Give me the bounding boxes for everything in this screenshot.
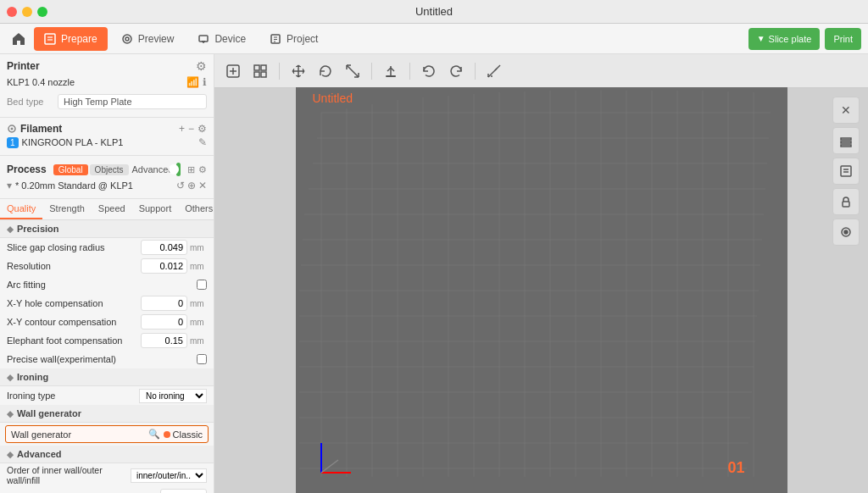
move-tool-button[interactable] xyxy=(287,59,310,83)
model-settings-button[interactable] xyxy=(832,158,860,185)
nav-right-actions: ▼ Slice plate Print xyxy=(748,28,861,50)
wall-gen-dot xyxy=(164,431,170,438)
titlebar-buttons xyxy=(7,7,47,17)
tab-preview[interactable]: Preview xyxy=(111,27,185,51)
setting-row-arc: Arc fitting xyxy=(0,275,214,294)
svg-point-13 xyxy=(11,128,14,130)
slice-plate-button[interactable]: ▼ Slice plate xyxy=(748,28,821,50)
ironing-type-select[interactable]: No ironing xyxy=(139,389,207,403)
main-area: Printer ⚙ KLP1 0.4 nozzle 📶 ℹ Bed type H… xyxy=(0,54,868,493)
arrange-button[interactable] xyxy=(248,59,272,83)
wall-generator-field-label: Wall generator xyxy=(11,429,145,440)
elephant-input[interactable] xyxy=(141,333,187,348)
toolbar-divider-3 xyxy=(409,63,410,80)
printer-label: Printer xyxy=(7,60,40,72)
canvas-untitled-label: Untitled xyxy=(313,91,353,105)
close-button[interactable] xyxy=(7,7,17,17)
xy-hole-input[interactable] xyxy=(141,296,187,311)
tab-device[interactable]: Device xyxy=(187,27,256,51)
add-filament-icon[interactable]: + xyxy=(179,123,185,135)
filament-settings-icon[interactable]: ⚙ xyxy=(198,123,207,135)
tab-prepare[interactable]: Prepare xyxy=(34,27,108,51)
tab-speed[interactable]: Speed xyxy=(92,199,132,219)
wall-gen-section-header[interactable]: ◆ Wall generator xyxy=(0,405,214,423)
precision-label: Precision xyxy=(17,224,59,234)
xy-contour-input[interactable] xyxy=(141,314,187,330)
advanced-toggle[interactable] xyxy=(176,163,181,176)
process-copy-icon[interactable]: ⊞ xyxy=(187,164,195,175)
print-button[interactable]: Print xyxy=(825,28,861,50)
setting-row-resolution: Resolution mm xyxy=(0,257,214,275)
profile-delete-icon[interactable]: ✕ xyxy=(198,180,207,191)
profile-refresh-icon[interactable]: ↺ xyxy=(176,180,185,191)
printer-row: Printer ⚙ xyxy=(7,59,207,73)
process-global-button[interactable]: Global xyxy=(53,164,88,175)
svg-rect-75 xyxy=(841,145,851,147)
filament-name: KINGROON PLA - KLP1 xyxy=(22,137,195,147)
tab-others[interactable]: Others xyxy=(178,199,214,219)
process-settings-icon[interactable]: ⚙ xyxy=(198,164,207,175)
view-options-button[interactable] xyxy=(832,219,860,246)
filament-edit-icon[interactable]: ✎ xyxy=(198,136,207,148)
ironing-label: Ironing xyxy=(17,372,48,382)
tab-quality[interactable]: Quality xyxy=(0,199,42,219)
add-model-button[interactable] xyxy=(221,59,245,83)
lock-button[interactable] xyxy=(832,188,860,215)
rotate-tool-button[interactable] xyxy=(314,59,337,83)
printer-gear-icon[interactable]: ⚙ xyxy=(196,59,207,73)
svg-rect-17 xyxy=(254,65,259,70)
order-select[interactable]: inner/outer/in... xyxy=(131,468,207,483)
maximize-button[interactable] xyxy=(37,7,47,17)
layers-button[interactable] xyxy=(832,127,860,154)
tab-strength[interactable]: Strength xyxy=(42,199,92,219)
advanced-section-header[interactable]: ◆ Advanced xyxy=(0,446,214,463)
slice-gap-input[interactable] xyxy=(141,240,187,255)
setting-row-elephant: Elephant foot compensation mm xyxy=(0,331,214,350)
filament-number: 1 xyxy=(7,137,19,148)
wall-gen-value: Classic xyxy=(164,429,203,440)
window-title: Untitled xyxy=(415,5,453,18)
canvas-3d[interactable]: Untitled xyxy=(214,88,868,493)
3d-grid xyxy=(296,87,787,493)
scale-tool-button[interactable] xyxy=(341,59,364,83)
support-tool-button[interactable] xyxy=(379,59,403,83)
setting-label: X-Y contour compensation xyxy=(7,317,141,327)
nozzle-label: KLP1 0.4 nozzle xyxy=(7,77,75,87)
setting-row-ironing-type: Ironing type No ironing xyxy=(0,386,214,405)
elephant-unit: mm xyxy=(190,336,207,346)
svg-rect-19 xyxy=(254,72,259,77)
svg-point-4 xyxy=(125,37,129,41)
wifi-icon: 📶 xyxy=(186,76,199,88)
profile-save-icon[interactable]: ⊕ xyxy=(187,180,196,191)
bridge-flow-input[interactable] xyxy=(160,489,207,493)
remove-filament-icon[interactable]: − xyxy=(188,123,194,135)
canvas-toolbar xyxy=(214,54,868,88)
precision-section-header[interactable]: ◆ Precision xyxy=(0,220,214,238)
tab-support[interactable]: Support xyxy=(132,199,179,219)
svg-line-27 xyxy=(347,65,359,77)
arc-fitting-checkbox[interactable] xyxy=(197,280,207,290)
setting-row-xy-contour: X-Y contour compensation mm xyxy=(0,313,214,331)
process-objects-button[interactable]: Objects xyxy=(90,164,129,175)
precise-wall-checkbox[interactable] xyxy=(197,354,207,364)
minimize-button[interactable] xyxy=(22,7,32,17)
undo-button[interactable] xyxy=(417,59,441,83)
filament-actions: + − ⚙ xyxy=(179,123,207,135)
settings-tabs: Quality Strength Speed Support Others xyxy=(0,199,214,220)
svg-point-81 xyxy=(844,230,848,234)
svg-rect-79 xyxy=(843,202,849,207)
redo-button[interactable] xyxy=(444,59,468,83)
svg-rect-36 xyxy=(296,87,787,493)
nozzle-icons: 📶 ℹ xyxy=(186,76,207,88)
ironing-section-header[interactable]: ◆ Ironing xyxy=(0,368,214,386)
close-view-button[interactable]: ✕ xyxy=(832,97,860,124)
measure-button[interactable] xyxy=(482,59,506,83)
setting-label: Ironing type xyxy=(7,391,139,401)
wall-gen-collapse-icon: ◆ xyxy=(7,409,14,418)
home-button[interactable] xyxy=(7,27,31,51)
tab-project[interactable]: Project xyxy=(259,27,328,51)
resolution-input[interactable] xyxy=(141,258,187,274)
svg-line-32 xyxy=(488,65,500,77)
canvas-area: Untitled xyxy=(214,54,868,493)
settings-content: ◆ Precision Slice gap closing radius mm … xyxy=(0,220,214,493)
